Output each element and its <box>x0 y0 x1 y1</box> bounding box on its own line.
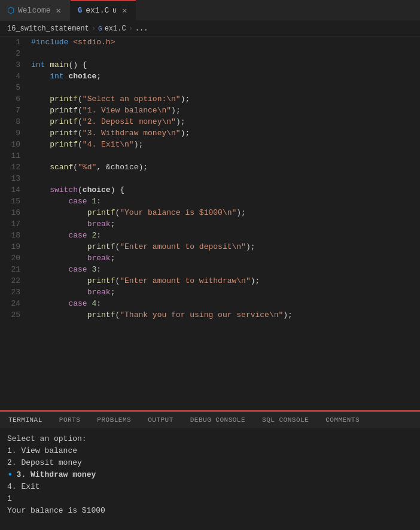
terminal-line-4: • 3. Withdraw money <box>7 469 413 481</box>
line-num-25: 25 <box>5 309 20 321</box>
code-content[interactable]: 1 2 3 4 5 6 7 8 9 10 11 12 13 14 15 16 1… <box>0 36 420 410</box>
line-num-15: 15 <box>5 196 20 207</box>
line-num-7: 7 <box>5 105 20 116</box>
line-num-5: 5 <box>5 82 20 93</box>
tab-welcome-label: Welcome <box>18 6 51 15</box>
breadcrumb-more[interactable]: ... <box>135 25 148 33</box>
breadcrumb-sep-2: › <box>129 25 133 33</box>
panel-tab-ports[interactable]: PORTS <box>51 411 89 429</box>
terminal-line-3: 2. Deposit money <box>7 457 413 469</box>
line-num-1: 1 <box>5 36 20 48</box>
line-num-16: 16 <box>5 207 20 218</box>
code-line-5 <box>31 82 420 93</box>
code-line-24: case 4: <box>31 298 420 309</box>
tab-ex1c-close[interactable]: ✕ <box>120 5 129 16</box>
line-num-23: 23 <box>5 287 20 298</box>
line-num-21: 21 <box>5 264 20 275</box>
terminal-line-7: Your balance is $1000 <box>7 505 413 517</box>
code-line-1: #include <stdio.h> <box>31 36 420 48</box>
terminal-text-3: 2. Deposit money <box>7 457 82 469</box>
line-num-13: 13 <box>5 173 20 184</box>
breadcrumb: 16_switch_statement › G ex1.C › ... <box>0 21 420 36</box>
breadcrumb-file-icon: G <box>98 25 102 32</box>
line-num-9: 9 <box>5 127 20 139</box>
code-line-10: printf("4. Exit\n"); <box>31 139 420 150</box>
panel-tab-sql[interactable]: SQL CONSOLE <box>254 411 317 429</box>
code-line-7: printf("1. View balance\n"); <box>31 105 420 116</box>
line-num-4: 4 <box>5 71 20 82</box>
breadcrumb-file[interactable]: ex1.C <box>105 25 126 33</box>
code-line-3: int main() { <box>31 59 420 71</box>
code-line-9: printf("3. Withdraw money\n"); <box>31 127 420 139</box>
line-num-19: 19 <box>5 241 20 252</box>
code-line-6: printf("Select an option:\n"); <box>31 93 420 105</box>
terminal-line-1: Select an option: <box>7 433 413 445</box>
terminal-text-6: 1 <box>7 493 12 505</box>
line-num-18: 18 <box>5 230 20 241</box>
panel-tab-problems[interactable]: PROBLEMS <box>89 411 139 429</box>
tab-welcome[interactable]: ⬡ Welcome ✕ <box>0 0 71 21</box>
terminal-text-4: 3. Withdraw money <box>17 469 96 481</box>
line-num-3: 3 <box>5 59 20 71</box>
panel-tabs: TERMINAL PORTS PROBLEMS OUTPUT DEBUG CON… <box>0 410 420 428</box>
code-text[interactable]: #include <stdio.h> int main() { int choi… <box>25 36 420 410</box>
code-line-12: scanf("%d", &choice); <box>31 162 420 173</box>
code-line-15: case 1: <box>31 196 420 207</box>
code-line-2 <box>31 48 420 59</box>
vscode-icon: ⬡ <box>7 5 14 16</box>
breadcrumb-folder[interactable]: 16_switch_statement <box>7 25 89 33</box>
line-num-6: 6 <box>5 93 20 105</box>
code-line-8: printf("2. Deposit money\n"); <box>31 116 420 127</box>
code-line-20: break; <box>31 252 420 264</box>
tab-ex1c[interactable]: G ex1.C U ✕ <box>71 0 136 21</box>
terminal-text-5: 4. Exit <box>7 481 40 493</box>
line-num-20: 20 <box>5 252 20 264</box>
tab-modified-indicator: U <box>112 7 117 14</box>
c-file-icon: G <box>78 7 82 15</box>
terminal-text-1: Select an option: <box>7 433 87 445</box>
terminal-text-2: 1. View balance <box>7 445 77 457</box>
code-line-13 <box>31 173 420 184</box>
line-numbers: 1 2 3 4 5 6 7 8 9 10 11 12 13 14 15 16 1… <box>0 36 25 410</box>
terminal-line-6: 1 <box>7 493 413 505</box>
line-num-17: 17 <box>5 218 20 230</box>
terminal-line-2: 1. View balance <box>7 445 413 457</box>
terminal-text-7: Your balance is $1000 <box>7 505 105 517</box>
code-line-18: case 2: <box>31 230 420 241</box>
code-editor: 1 2 3 4 5 6 7 8 9 10 11 12 13 14 15 16 1… <box>0 36 420 410</box>
terminal-line-5: 4. Exit <box>7 481 413 493</box>
code-line-14: switch(choice) { <box>31 184 420 196</box>
code-line-25: printf("Thank you for using our service\… <box>31 309 420 321</box>
line-num-8: 8 <box>5 116 20 127</box>
code-line-23: break; <box>31 287 420 298</box>
tab-ex1c-label: ex1.C <box>86 6 109 15</box>
panel-tab-output[interactable]: OUTPUT <box>139 411 182 429</box>
code-line-19: printf("Enter amount to deposit\n"); <box>31 241 420 252</box>
code-line-11 <box>31 150 420 162</box>
line-num-11: 11 <box>5 150 20 162</box>
code-line-4: int choice; <box>31 71 420 82</box>
tab-welcome-close[interactable]: ✕ <box>54 5 63 16</box>
line-num-12: 12 <box>5 162 20 173</box>
breadcrumb-sep-1: › <box>92 25 96 33</box>
code-line-17: break; <box>31 218 420 230</box>
panel-tab-terminal[interactable]: TERMINAL <box>0 411 51 429</box>
line-num-10: 10 <box>5 139 20 150</box>
code-line-21: case 3: <box>31 264 420 275</box>
line-num-14: 14 <box>5 184 20 196</box>
line-num-22: 22 <box>5 275 20 287</box>
line-num-2: 2 <box>5 48 20 59</box>
code-line-22: printf("Enter amount to withdraw\n"); <box>31 275 420 287</box>
terminal-bullet-icon: • <box>7 469 13 481</box>
line-num-24: 24 <box>5 298 20 309</box>
panel-tab-debug[interactable]: DEBUG CONSOLE <box>182 411 254 429</box>
terminal-output: Select an option: 1. View balance 2. Dep… <box>0 428 420 530</box>
panel-tab-comments[interactable]: COMMENTS <box>317 411 368 429</box>
tab-bar: ⬡ Welcome ✕ G ex1.C U ✕ <box>0 0 420 21</box>
code-line-16: printf("Your balance is $1000\n"); <box>31 207 420 218</box>
